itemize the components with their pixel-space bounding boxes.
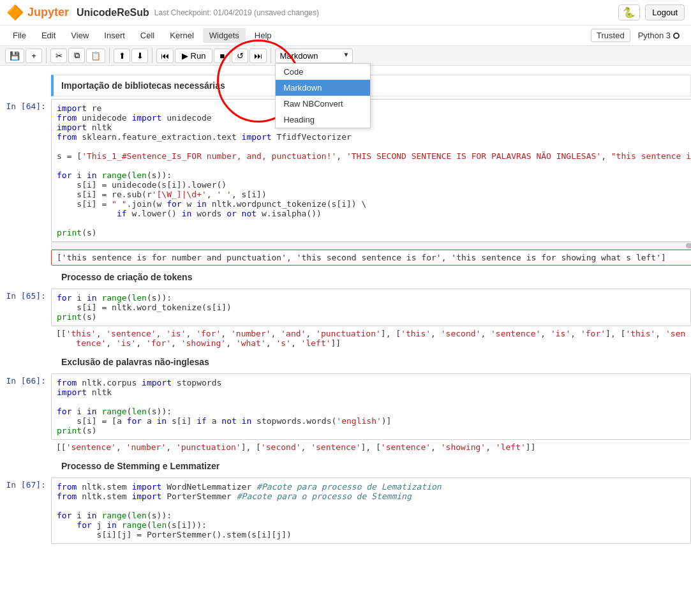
menu-cell[interactable]: Cell — [134, 28, 161, 43]
content-section-tokens: Processo de criação de tokens — [51, 268, 691, 286]
jupyter-wordmark: Jupyter — [27, 6, 69, 19]
toolbar-separator-2 — [109, 48, 110, 63]
menu-widgets[interactable]: Widgets — [203, 28, 246, 43]
prompt-67: In [67]: — [0, 477, 51, 544]
move-up-button[interactable]: ⬆ — [114, 49, 130, 63]
markdown-cell-1: Importação de bibliotecas necessárias — [51, 75, 691, 96]
code-box-66[interactable]: from nltk.corpus import stopwords import… — [51, 373, 691, 440]
paste-button[interactable]: 📋 — [86, 49, 105, 63]
cell-type-select[interactable]: Markdown Code Raw NBConvert Heading — [275, 49, 353, 63]
cell-section-stemming: Processo de Stemming e Lemmatizer — [0, 457, 691, 475]
jupyter-logo: 🔶 Jupyter — [6, 4, 69, 21]
code-box-65[interactable]: for i in range(len(s)): s[i] = nltk.word… — [51, 289, 691, 326]
content-67[interactable]: from nltk.stem import WordNetLemmatizer … — [51, 477, 691, 544]
cell-type-dropdown-menu: Code Markdown Raw NBConvert Heading — [275, 63, 371, 128]
cell-section-stopwords: Exclusão de palavras não-inglesas — [0, 353, 691, 371]
cut-button[interactable]: ✂ — [50, 49, 67, 63]
menu-view[interactable]: View — [64, 28, 95, 43]
toolbar: 💾 + ✂ ⧉ 📋 ⬆ ⬇ ⏮ ▶ Run ■ ↺ ⏭ Markdown Cod… — [0, 46, 691, 66]
prompt-section-tokens — [0, 268, 51, 286]
run-button[interactable]: ▶ Run — [175, 49, 212, 63]
kernel-info: Python 3 — [633, 29, 685, 41]
move-down-button[interactable]: ⬇ — [131, 49, 148, 63]
interrupt-button[interactable]: ■ — [214, 49, 230, 63]
content-64[interactable]: import re from unidecode import unidecod… — [51, 99, 691, 266]
menu-insert[interactable]: Insert — [98, 28, 131, 43]
menu-help[interactable]: Help — [248, 28, 278, 43]
menubar: File Edit View Insert Cell Kernel Widget… — [0, 26, 691, 46]
cell-type-dropdown-container[interactable]: Markdown Code Raw NBConvert Heading Code… — [275, 49, 353, 63]
section-label-tokens: Processo de criação de tokens — [51, 268, 691, 286]
content-section-stemming: Processo de Stemming e Lemmatizer — [51, 457, 691, 475]
toolbar-separator-4 — [271, 48, 271, 63]
cell-code-67: In [67]: from nltk.stem import WordNetLe… — [0, 477, 691, 544]
option-heading[interactable]: Heading — [276, 112, 370, 128]
content-65[interactable]: for i in range(len(s)): s[i] = nltk.word… — [51, 289, 691, 350]
checkpoint-info: Last Checkpoint: 01/04/2019 (unsaved cha… — [154, 8, 319, 17]
prompt-65: In [65]: — [0, 289, 51, 350]
menu-file[interactable]: File — [6, 28, 33, 43]
output-64: ['this sentence is for number and punctu… — [51, 250, 691, 266]
scrollbar-thumb-64 — [686, 243, 691, 248]
run-first-button[interactable]: ⏮ — [156, 49, 174, 63]
prompt-section-stemming — [0, 457, 51, 475]
content-section-stopwords: Exclusão de palavras não-inglesas — [51, 353, 691, 371]
logout-button[interactable]: Logout — [645, 4, 685, 20]
prompt-66: In [66]: — [0, 373, 51, 454]
cell-prompt-markdown-1 — [0, 75, 51, 96]
scrollbar-64[interactable] — [51, 242, 691, 250]
toolbar-separator-1 — [46, 48, 47, 63]
copy-button[interactable]: ⧉ — [68, 48, 85, 63]
code-box-64[interactable]: import re from unidecode import unidecod… — [51, 99, 691, 242]
option-code[interactable]: Code — [276, 64, 370, 80]
prompt-section-stopwords — [0, 353, 51, 371]
notebook-title: UnicodeReSub — [77, 7, 149, 19]
trusted-badge: Trusted — [591, 29, 630, 42]
run-all-button[interactable]: ⏭ — [249, 49, 267, 63]
output-66: [['sentence', 'number', 'punctuation'], … — [51, 440, 691, 454]
cell-section-tokens: Processo de criação de tokens — [0, 268, 691, 286]
cell-code-65: In [65]: for i in range(len(s)): s[i] = … — [0, 289, 691, 350]
option-markdown[interactable]: Markdown — [276, 80, 370, 96]
toolbar-separator-3 — [152, 48, 152, 63]
section-label-stemming: Processo de Stemming e Lemmatizer — [51, 457, 691, 475]
save-button[interactable]: 💾 — [5, 49, 24, 63]
python-icon-button[interactable]: 🐍 — [618, 4, 640, 20]
menu-edit[interactable]: Edit — [35, 28, 62, 43]
section-label-stopwords: Exclusão de palavras não-inglesas — [51, 353, 691, 371]
output-65: [['this', 'sentence', 'is', 'for', 'numb… — [51, 326, 691, 350]
restart-button[interactable]: ↺ — [232, 49, 248, 63]
notebook: Importação de bibliotecas necessárias In… — [0, 66, 691, 553]
content-66[interactable]: from nltk.corpus import stopwords import… — [51, 373, 691, 454]
kernel-name: Python 3 — [638, 31, 671, 40]
cell-code-66: In [66]: from nltk.corpus import stopwor… — [0, 373, 691, 454]
cell-content-markdown-1[interactable]: Importação de bibliotecas necessárias — [51, 75, 691, 96]
topbar-right: 🐍 Logout — [618, 4, 685, 20]
topbar: 🔶 Jupyter UnicodeReSub Last Checkpoint: … — [0, 0, 691, 26]
option-raw-nbconvert[interactable]: Raw NBConvert — [276, 96, 370, 112]
jupyter-icon: 🔶 — [6, 4, 24, 21]
prompt-64: In [64]: — [0, 99, 51, 266]
add-cell-button[interactable]: + — [26, 49, 42, 63]
kernel-status-dot — [673, 33, 680, 39]
menu-kernel[interactable]: Kernel — [163, 28, 200, 43]
code-box-67[interactable]: from nltk.stem import WordNetLemmatizer … — [51, 477, 691, 544]
